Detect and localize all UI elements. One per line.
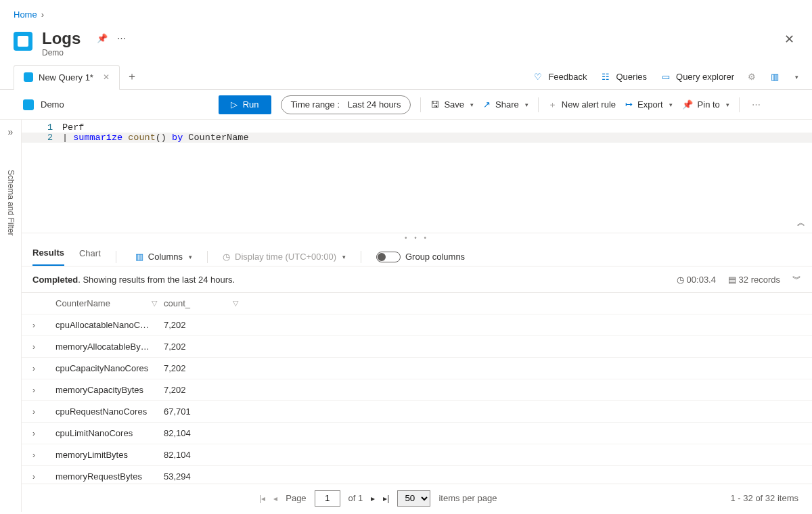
separator xyxy=(207,251,208,263)
main-panel: 1 Perf 2 | summarize count() by CounterN… xyxy=(22,120,812,512)
tab-results[interactable]: Results xyxy=(32,248,64,266)
table-row[interactable]: ›cpuLimitNanoCores82,104 xyxy=(22,423,812,444)
group-columns-toggle[interactable]: Group columns xyxy=(376,252,465,262)
prev-page-icon[interactable]: ◂ xyxy=(273,494,277,503)
heart-icon: ♡ xyxy=(533,72,543,83)
first-page-icon[interactable]: |◂ xyxy=(259,494,265,503)
cell-count: 7,202 xyxy=(164,363,245,373)
table-row[interactable]: ›cpuAllocatableNanoC…7,202 xyxy=(22,314,812,336)
more-actions-icon[interactable]: ⋯ xyxy=(752,99,761,110)
page-input[interactable] xyxy=(315,490,340,507)
table-row[interactable]: ›cpuRequestNanoCores67,701 xyxy=(22,401,812,423)
collapse-editor-icon[interactable]: ︽ xyxy=(797,217,805,229)
breadcrumb-home[interactable]: Home xyxy=(14,9,37,20)
line-number: 2 xyxy=(22,133,62,143)
expand-row-icon[interactable]: › xyxy=(32,450,55,460)
expand-row-icon[interactable]: › xyxy=(32,321,55,330)
cell-count: 53,294 xyxy=(164,471,245,482)
add-tab-button[interactable]: ＋ xyxy=(127,70,137,84)
chevron-down-icon: ▾ xyxy=(189,254,192,260)
table-row[interactable]: ›cpuCapacityNanoCores7,202 xyxy=(22,358,812,379)
export-button[interactable]: ↦ Export ▾ xyxy=(625,99,673,110)
table-row[interactable]: ›memoryLimitBytes82,104 xyxy=(22,444,812,466)
queries-button[interactable]: ☷ Queries xyxy=(600,72,647,83)
run-label: Run xyxy=(243,99,259,110)
share-label: Share xyxy=(495,99,519,110)
share-button[interactable]: ↗ Share ▾ xyxy=(483,99,528,110)
expand-row-icon[interactable]: › xyxy=(32,386,55,395)
resize-handle[interactable]: • • • xyxy=(22,233,812,242)
elapsed-time: ◷ 00:03.4 xyxy=(677,275,716,285)
side-rail-label[interactable]: Schema and Filter xyxy=(6,170,16,235)
page-label: Page xyxy=(286,493,306,503)
feedback-button[interactable]: ♡ Feedback xyxy=(533,72,587,83)
new-alert-button[interactable]: ＋ New alert rule xyxy=(548,99,616,111)
cell-countername: memoryLimitBytes xyxy=(55,450,164,460)
page-of-label: of 1 xyxy=(348,493,363,503)
page-size-select[interactable]: 50 xyxy=(397,490,430,507)
panel-icon[interactable]: ▥ xyxy=(769,72,780,83)
query-editor[interactable]: 1 Perf 2 | summarize count() by CounterN… xyxy=(22,120,812,233)
query-tab[interactable]: New Query 1* ✕ xyxy=(14,65,120,90)
scope-icon xyxy=(23,99,34,110)
settings-icon[interactable]: ⚙ xyxy=(748,72,756,82)
pin-icon[interactable]: 📌 xyxy=(97,33,108,43)
query-tab-label: New Query 1* xyxy=(39,72,93,83)
queries-label: Queries xyxy=(616,72,647,82)
table-row[interactable]: ›memoryAllocatableBy…7,202 xyxy=(22,336,812,358)
grid-header: CounterName▽ count_▽ xyxy=(22,293,812,314)
record-count: ▤ 32 records xyxy=(728,275,780,285)
line-number: 1 xyxy=(22,122,62,133)
cell-countername: memoryCapacityBytes xyxy=(55,385,164,395)
close-icon[interactable]: ✕ xyxy=(784,32,794,47)
expand-row-icon[interactable]: › xyxy=(32,472,55,482)
share-icon: ↗ xyxy=(483,99,491,110)
cell-count: 7,202 xyxy=(164,342,245,352)
clock-icon: ◷ xyxy=(223,252,230,262)
queries-icon: ☷ xyxy=(600,72,611,83)
run-button[interactable]: ▷ Run xyxy=(219,95,271,114)
chevron-down-icon: ▾ xyxy=(726,101,729,108)
separator xyxy=(116,251,116,263)
query-explorer-label: Query explorer xyxy=(676,72,734,82)
scope-label: Demo xyxy=(41,99,64,110)
expand-row-icon[interactable]: › xyxy=(32,342,55,352)
expand-row-icon[interactable]: › xyxy=(32,364,55,373)
filter-icon[interactable]: ▽ xyxy=(152,299,157,308)
column-header-count[interactable]: count_▽ xyxy=(164,298,245,308)
cell-countername: cpuLimitNanoCores xyxy=(55,428,164,438)
display-time-button[interactable]: ◷ Display time (UTC+00:00) ▾ xyxy=(223,252,346,262)
query-explorer-button[interactable]: ▭ Query explorer xyxy=(660,72,734,83)
columns-button[interactable]: ▥ Columns ▾ xyxy=(135,252,192,262)
last-page-icon[interactable]: ▸| xyxy=(383,494,389,503)
cell-count: 7,202 xyxy=(164,320,245,330)
per-page-label: items per page xyxy=(438,493,497,503)
columns-icon: ▥ xyxy=(135,252,143,262)
new-alert-label: New alert rule xyxy=(562,99,616,110)
toggle-icon xyxy=(376,252,401,262)
column-header-countername[interactable]: CounterName▽ xyxy=(55,298,164,308)
chevron-down-icon[interactable]: ▾ xyxy=(795,74,798,80)
next-page-icon[interactable]: ▸ xyxy=(371,494,375,503)
scope-selector[interactable]: Demo xyxy=(23,99,64,110)
results-tabbar: Results Chart ▥ Columns ▾ ◷ Display time… xyxy=(22,242,812,266)
tab-chart[interactable]: Chart xyxy=(79,248,101,265)
clock-icon: ◷ xyxy=(677,275,684,285)
separator xyxy=(420,97,421,112)
save-button[interactable]: 🖫 Save ▾ xyxy=(430,99,474,110)
filter-icon[interactable]: ▽ xyxy=(233,299,238,308)
table-row[interactable]: ›memoryCapacityBytes7,202 xyxy=(22,379,812,401)
time-range-picker[interactable]: Time range : Last 24 hours xyxy=(281,95,411,114)
expand-results-icon[interactable]: ︾ xyxy=(792,273,801,285)
expand-rail-icon[interactable]: » xyxy=(8,126,14,137)
pin-to-button[interactable]: 📌 Pin to ▾ xyxy=(682,99,729,110)
status-bar: Completed. Showing results from the last… xyxy=(22,266,812,293)
expand-row-icon[interactable]: › xyxy=(32,429,55,438)
expand-row-icon[interactable]: › xyxy=(32,407,55,417)
logs-icon xyxy=(14,32,32,51)
pin-label: Pin to xyxy=(698,99,720,110)
more-icon[interactable]: ⋯ xyxy=(117,33,126,43)
save-label: Save xyxy=(444,99,464,110)
chevron-down-icon: ▾ xyxy=(342,254,346,260)
close-tab-icon[interactable]: ✕ xyxy=(103,72,110,82)
